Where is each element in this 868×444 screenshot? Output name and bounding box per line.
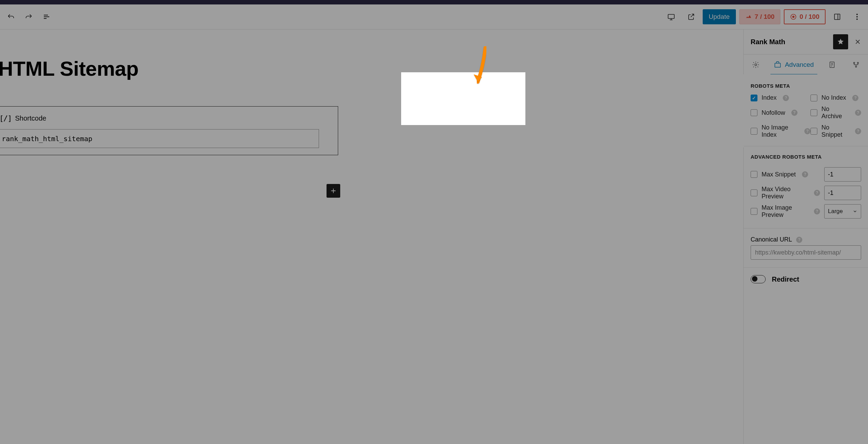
max-video-label: Max Video Preview bbox=[762, 186, 808, 200]
canonical-url-heading: Canonical URL bbox=[751, 236, 792, 243]
redirect-toggle[interactable] bbox=[751, 275, 766, 283]
svg-point-4 bbox=[856, 14, 858, 15]
panel-redirect: Redirect bbox=[744, 268, 868, 291]
preview-desktop-button[interactable] bbox=[663, 9, 679, 25]
chk-no-image-index[interactable]: No Image Index ? bbox=[751, 124, 810, 138]
checkbox-icon bbox=[751, 95, 757, 101]
shortcode-block-label: Shortcode bbox=[15, 114, 46, 122]
svg-point-6 bbox=[856, 18, 858, 20]
svg-rect-0 bbox=[668, 14, 674, 18]
update-button[interactable]: Update bbox=[703, 9, 736, 24]
help-icon[interactable]: ? bbox=[804, 128, 810, 134]
add-block-button[interactable] bbox=[327, 184, 340, 198]
help-icon[interactable]: ? bbox=[814, 208, 820, 214]
seo-score-badge-1[interactable]: 7 / 100 bbox=[739, 9, 780, 24]
tab-advanced[interactable]: Advanced bbox=[768, 54, 820, 75]
advanced-robots-heading: ADVANCED ROBOTS META bbox=[751, 154, 861, 160]
svg-rect-3 bbox=[834, 14, 840, 20]
help-icon[interactable]: ? bbox=[814, 190, 820, 196]
tab-advanced-label: Advanced bbox=[785, 61, 814, 69]
help-icon[interactable]: ? bbox=[852, 95, 858, 101]
help-icon[interactable]: ? bbox=[855, 128, 861, 134]
panel-canonical-url: Canonical URL ? bbox=[744, 229, 868, 268]
panel-advanced-robots: ADVANCED ROBOTS META Max Snippet ? Max V… bbox=[744, 146, 868, 229]
panel-robots-meta: ROBOTS META Index ? No Index ? Nofollow … bbox=[744, 75, 868, 146]
robots-meta-heading: ROBOTS META bbox=[751, 83, 861, 89]
seo-score-badge-2[interactable]: 0 / 100 bbox=[784, 9, 826, 24]
checkbox-icon bbox=[810, 128, 817, 135]
sidebar-title: Rank Math bbox=[751, 38, 833, 46]
seo-score-1-value: 7 / 100 bbox=[755, 13, 775, 21]
chk-nofollow-label: Nofollow bbox=[762, 109, 785, 116]
chk-no-snippet[interactable]: No Snippet ? bbox=[810, 124, 861, 138]
shortcode-block[interactable]: [/] Shortcode bbox=[0, 106, 338, 155]
chk-no-snippet-label: No Snippet bbox=[821, 124, 849, 138]
close-sidebar-button[interactable] bbox=[851, 35, 865, 49]
options-menu-button[interactable] bbox=[849, 9, 865, 25]
help-icon[interactable]: ? bbox=[802, 171, 808, 177]
svg-point-10 bbox=[854, 62, 855, 64]
max-image-select[interactable]: Large bbox=[824, 204, 861, 219]
checkbox-icon[interactable] bbox=[751, 208, 757, 215]
help-icon[interactable]: ? bbox=[783, 95, 789, 101]
svg-point-2 bbox=[792, 16, 794, 18]
chevron-down-icon bbox=[853, 209, 857, 214]
checkbox-icon[interactable] bbox=[751, 171, 757, 178]
checkbox-icon bbox=[810, 95, 817, 101]
max-image-label: Max Image Preview bbox=[762, 204, 808, 219]
editor-toolbar: Update 7 / 100 0 / 100 bbox=[0, 4, 868, 29]
redo-button[interactable] bbox=[21, 9, 37, 25]
canonical-url-input[interactable] bbox=[751, 245, 861, 260]
chk-no-archive-label: No Archive bbox=[821, 106, 849, 120]
chk-no-archive[interactable]: No Archive ? bbox=[810, 106, 861, 120]
browser-top-strip bbox=[0, 0, 868, 4]
chk-nofollow[interactable]: Nofollow ? bbox=[751, 106, 810, 120]
checkbox-icon bbox=[810, 109, 817, 116]
help-icon[interactable]: ? bbox=[791, 110, 797, 116]
chk-no-index-label: No Index bbox=[821, 94, 846, 101]
chk-index[interactable]: Index ? bbox=[751, 94, 810, 101]
editor-canvas[interactable]: HTML Sitemap [/] Shortcode bbox=[0, 29, 743, 444]
chk-no-image-index-label: No Image Index bbox=[762, 124, 798, 138]
svg-point-5 bbox=[856, 16, 858, 17]
max-snippet-label: Max Snippet bbox=[762, 171, 796, 178]
svg-point-12 bbox=[855, 66, 857, 67]
svg-point-11 bbox=[857, 62, 859, 64]
svg-rect-8 bbox=[775, 63, 781, 67]
shortcode-icon: [/] bbox=[1, 113, 10, 123]
redirect-label: Redirect bbox=[772, 275, 799, 283]
checkbox-icon bbox=[751, 128, 757, 135]
undo-button[interactable] bbox=[3, 9, 19, 25]
max-image-select-value: Large bbox=[828, 208, 843, 215]
shortcode-input[interactable] bbox=[0, 129, 319, 148]
settings-sidebar-toggle[interactable] bbox=[829, 9, 845, 25]
checkbox-icon bbox=[751, 109, 757, 116]
max-video-input[interactable] bbox=[824, 186, 861, 200]
chk-index-label: Index bbox=[762, 94, 777, 101]
sidebar-tabs: Advanced bbox=[744, 54, 868, 75]
rank-math-sidebar: Rank Math Advanced ROBOTS bbox=[743, 29, 868, 444]
page-title[interactable]: HTML Sitemap bbox=[0, 57, 743, 81]
tab-schema[interactable] bbox=[820, 54, 844, 75]
seo-score-2-value: 0 / 100 bbox=[800, 13, 819, 21]
max-snippet-input[interactable] bbox=[824, 167, 861, 182]
help-icon[interactable]: ? bbox=[855, 110, 861, 116]
svg-point-7 bbox=[755, 64, 757, 66]
view-post-button[interactable] bbox=[683, 9, 699, 25]
tab-general[interactable] bbox=[744, 54, 768, 75]
chk-no-index[interactable]: No Index ? bbox=[810, 94, 861, 101]
document-overview-button[interactable] bbox=[38, 9, 55, 25]
pin-sidebar-button[interactable] bbox=[833, 34, 848, 49]
help-icon[interactable]: ? bbox=[796, 237, 802, 243]
tab-social[interactable] bbox=[844, 54, 868, 75]
checkbox-icon[interactable] bbox=[751, 189, 757, 196]
